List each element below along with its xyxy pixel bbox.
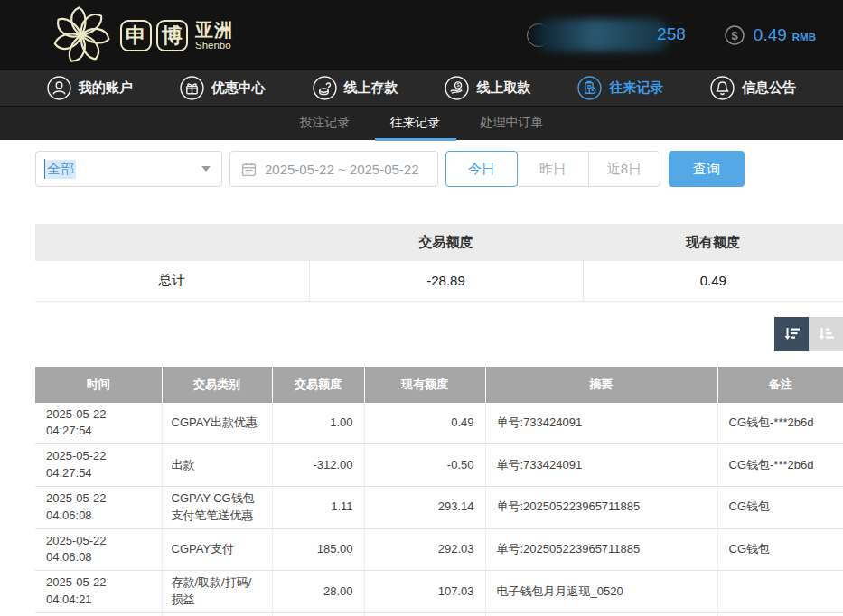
- account-suffix: 258: [657, 24, 686, 44]
- cell-amount: 28.00: [272, 571, 364, 613]
- nav-item-withdraw[interactable]: $ 线上取款: [445, 76, 530, 100]
- sort-descending-button[interactable]: [774, 317, 809, 351]
- nav-item-promotions[interactable]: 优惠中心: [180, 76, 266, 100]
- cell-time: 2025-05-22 04:27:54: [35, 444, 162, 487]
- balance-display: $ 0.49 RMB: [724, 24, 816, 46]
- cell-type: CGPAY支付: [162, 528, 272, 571]
- balance-currency: RMB: [792, 28, 816, 42]
- summary-total-balance: 0.49: [583, 261, 843, 301]
- cell-type: 活动优惠: [162, 612, 272, 616]
- cell-time: 2025-05-22 04:06:08: [35, 528, 162, 571]
- records-icon: [577, 76, 602, 100]
- summary-header-transaction: 交易额度: [309, 224, 583, 261]
- col-header-amount: 交易额度: [272, 367, 364, 403]
- svg-text:$: $: [731, 29, 738, 42]
- bell-icon: [710, 76, 735, 100]
- cell-time: 2025-05-22 04:04:18: [35, 612, 162, 616]
- cell-balance: 0.49: [364, 403, 485, 444]
- summary-total-row: 总计 -28.89 0.49: [35, 261, 843, 301]
- records-table: 时间 交易类别 交易额度 现有额度 摘要 备注 2025-05-22 04:27…: [35, 367, 843, 616]
- cell-amount: 185.00: [272, 528, 364, 571]
- tab-transaction-records[interactable]: 往来记录: [375, 107, 456, 141]
- table-row: 2025-05-22 04:06:08 CGPAY-CG钱包支付笔笔送优惠 1.…: [35, 486, 843, 528]
- privacy-blur: [534, 19, 670, 51]
- site-logo[interactable]: 申 博 亚洲 Shenbo: [49, 3, 233, 68]
- logo-char-bo: 博: [156, 20, 188, 51]
- category-select[interactable]: 全部: [35, 151, 222, 187]
- col-header-time: 时间: [35, 367, 162, 403]
- col-header-type: 交易类别: [162, 367, 272, 403]
- last-8-days-button[interactable]: 近8日: [588, 151, 660, 187]
- cell-balance: 292.03: [364, 528, 485, 571]
- cell-note: CG钱包-***2b6d: [717, 403, 843, 444]
- date-range-input[interactable]: 2025-05-22 ~ 2025-05-22: [229, 151, 438, 187]
- cell-note: 神秘彩金: [717, 612, 843, 616]
- sort-descending-icon: [782, 324, 801, 344]
- cell-time: 2025-05-22 04:04:21: [35, 571, 162, 613]
- tab-bet-records[interactable]: 投注记录: [285, 107, 366, 141]
- summary-header-empty: [35, 224, 309, 261]
- tab-pending-orders[interactable]: 处理中订单: [465, 107, 559, 141]
- cell-note: [717, 571, 843, 613]
- logo-subtitle: Shenbo: [195, 40, 233, 51]
- col-header-summary: 摘要: [485, 367, 717, 403]
- chevron-down-icon: [201, 166, 211, 172]
- quick-date-group: 今日 昨日 近8日: [445, 151, 660, 187]
- cell-note: CG钱包-***2b6d: [717, 444, 843, 487]
- sort-controls: [0, 317, 843, 351]
- cell-note: CG钱包: [717, 528, 843, 571]
- cell-note: CG钱包: [717, 486, 843, 528]
- cell-time: 2025-05-22 04:06:08: [35, 486, 162, 528]
- balance-amount: 0.49: [754, 25, 787, 45]
- withdraw-icon: $: [445, 76, 469, 100]
- table-row: 2025-05-22 04:27:54 出款 -312.00 -0.50 单号:…: [35, 444, 843, 487]
- summary-header-row: 交易额度 现有额度: [35, 224, 843, 261]
- nav-item-deposit[interactable]: 线上存款: [313, 76, 398, 100]
- logo-region-text: 亚洲: [195, 20, 233, 40]
- table-row: 2025-05-22 04:04:21 存款/取款/打码/损益 28.00 10…: [35, 571, 843, 613]
- sort-ascending-icon: [816, 324, 836, 344]
- today-button[interactable]: 今日: [445, 151, 518, 187]
- cell-summary: 单号:202505223965711885: [485, 486, 717, 528]
- table-row: 2025-05-22 04:27:54 CGPAY出款优惠 1.00 0.49 …: [35, 403, 843, 444]
- cell-summary: 电子钱包月月返现_0520: [485, 571, 717, 613]
- cell-summary: 单号:202505223965711885: [485, 528, 717, 571]
- calendar-icon: [241, 162, 257, 177]
- cell-amount: -312.00: [272, 444, 364, 487]
- user-icon: [47, 76, 71, 100]
- col-header-note: 备注: [717, 367, 843, 403]
- cell-summary: 单号:733424091: [485, 444, 717, 487]
- cell-balance: 293.14: [364, 486, 485, 528]
- cell-amount: 68.00: [272, 612, 364, 616]
- cell-type: 存款/取款/打码/损益: [162, 571, 272, 613]
- nav-item-my-account[interactable]: 我的账户: [47, 76, 133, 100]
- account-masked[interactable]: 258: [534, 16, 686, 54]
- sort-ascending-button[interactable]: [809, 317, 843, 351]
- cell-time: 2025-05-22 04:27:54: [35, 403, 162, 444]
- cell-type: CGPAY-CG钱包支付笔笔送优惠: [162, 486, 272, 528]
- cell-amount: 1.00: [272, 403, 364, 444]
- cell-balance: -0.50: [364, 444, 485, 487]
- coin-icon: $: [724, 24, 745, 46]
- nav-item-records[interactable]: 往来记录: [577, 76, 663, 100]
- summary-header-balance: 现有额度: [583, 224, 843, 261]
- cell-balance: 79.03: [364, 612, 485, 616]
- table-row: 2025-05-22 04:06:08 CGPAY支付 185.00 292.0…: [35, 528, 843, 571]
- logo-char-shen: 申: [120, 20, 152, 51]
- cell-balance: 107.03: [364, 571, 485, 613]
- table-row: 2025-05-22 04:04:18 活动优惠 68.00 79.03 神秘彩…: [35, 612, 843, 616]
- col-header-balance: 现有额度: [364, 367, 485, 403]
- search-button[interactable]: 查询: [669, 151, 745, 187]
- nav-item-announcements[interactable]: 信息公告: [710, 76, 796, 100]
- deposit-icon: [313, 76, 337, 100]
- yesterday-button[interactable]: 昨日: [517, 151, 589, 187]
- summary-total-transaction: -28.89: [309, 261, 583, 301]
- summary-total-label: 总计: [35, 261, 309, 301]
- date-range-value: 2025-05-22 ~ 2025-05-22: [265, 162, 419, 177]
- records-header-row: 时间 交易类别 交易额度 现有额度 摘要 备注: [35, 367, 843, 403]
- sub-nav: 投注记录 往来记录 处理中订单: [0, 106, 843, 140]
- flower-logo-icon: [49, 3, 114, 68]
- cell-summary: 单号:733424091: [485, 403, 717, 444]
- cell-type: CGPAY出款优惠: [162, 403, 272, 444]
- cell-amount: 1.11: [272, 486, 364, 528]
